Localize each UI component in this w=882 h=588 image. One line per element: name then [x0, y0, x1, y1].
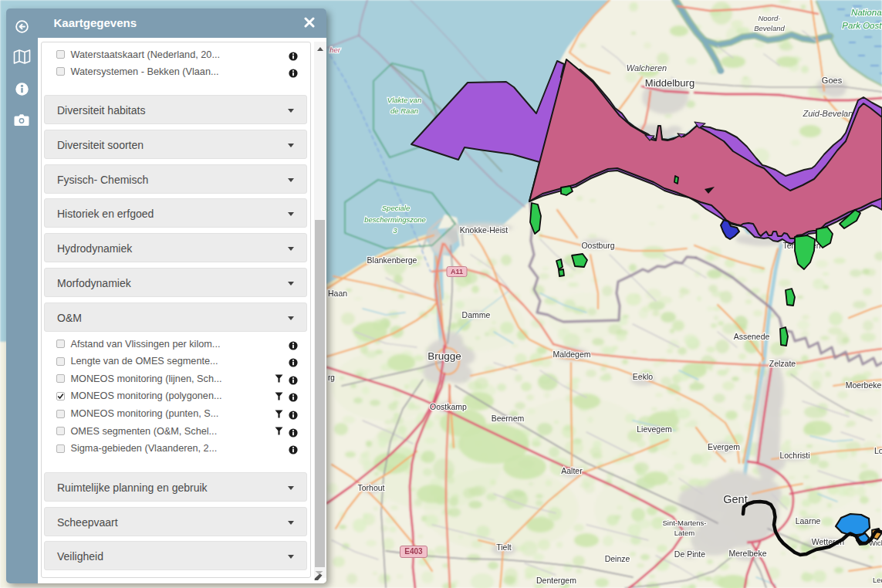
svg-text:Park Ooster: Park Ooster	[842, 21, 882, 30]
svg-text:Evergem: Evergem	[708, 442, 740, 451]
svg-text:Dentergem: Dentergem	[536, 576, 576, 585]
svg-text:A11: A11	[451, 268, 463, 275]
svg-text:Lede: Lede	[873, 576, 882, 584]
svg-text:Lievegem: Lievegem	[637, 424, 672, 434]
svg-text:Zelzate: Zelzate	[769, 359, 796, 368]
svg-text:Eeklo: Eeklo	[633, 372, 653, 381]
svg-text:Knokke-Heist: Knokke-Heist	[460, 225, 509, 235]
svg-text:de Raan: de Raan	[390, 106, 418, 115]
svg-text:rg: rg	[328, 373, 335, 382]
svg-text:Lochristi: Lochristi	[779, 451, 809, 460]
svg-text:Aalter: Aalter	[561, 466, 583, 475]
svg-text:National: National	[851, 8, 882, 17]
svg-text:Oostkamp: Oostkamp	[430, 402, 467, 411]
svg-text:Speciale: Speciale	[382, 204, 410, 212]
svg-text:Noord-: Noord-	[758, 14, 780, 22]
svg-text:Walcheren: Walcheren	[627, 63, 667, 73]
svg-text:E403: E403	[404, 547, 423, 556]
svg-text:Deinze: Deinze	[605, 554, 630, 563]
svg-text:Damme: Damme	[462, 310, 491, 319]
svg-text:Blankenberge: Blankenberge	[367, 255, 417, 265]
svg-text:Brugge: Brugge	[427, 350, 461, 362]
svg-text:De Pinte: De Pinte	[674, 549, 705, 559]
svg-text:Moerbeke: Moerbeke	[846, 380, 882, 390]
svg-text:Haan: Haan	[328, 289, 347, 298]
svg-text:Sint-Martens-: Sint-Martens-	[662, 519, 706, 527]
svg-text:3: 3	[393, 226, 397, 235]
svg-text:Latem: Latem	[674, 529, 694, 537]
svg-text:Zuid-Beveland: Zuid-Beveland	[803, 109, 859, 118]
svg-text:Torhout: Torhout	[357, 483, 384, 492]
svg-text:her: her	[329, 46, 341, 54]
svg-text:Beernem: Beernem	[492, 414, 525, 423]
svg-text:Merelbeke: Merelbeke	[728, 549, 766, 558]
svg-text:Tielt: Tielt	[496, 542, 512, 552]
svg-text:Lokeren: Lokeren	[874, 446, 882, 455]
svg-text:Laarne: Laarne	[796, 516, 821, 525]
svg-text:Beveland: Beveland	[754, 24, 785, 32]
svg-text:Vlakte van: Vlakte van	[387, 96, 421, 104]
svg-text:beschermingszone: beschermingszone	[364, 215, 426, 224]
svg-text:Gent: Gent	[723, 493, 747, 505]
svg-text:Maldegem: Maldegem	[553, 350, 590, 359]
svg-text:Middelburg: Middelburg	[645, 77, 694, 89]
svg-text:Assenede: Assenede	[734, 332, 770, 341]
svg-text:Goes: Goes	[822, 76, 843, 85]
svg-text:Oostburg: Oostburg	[581, 241, 614, 250]
